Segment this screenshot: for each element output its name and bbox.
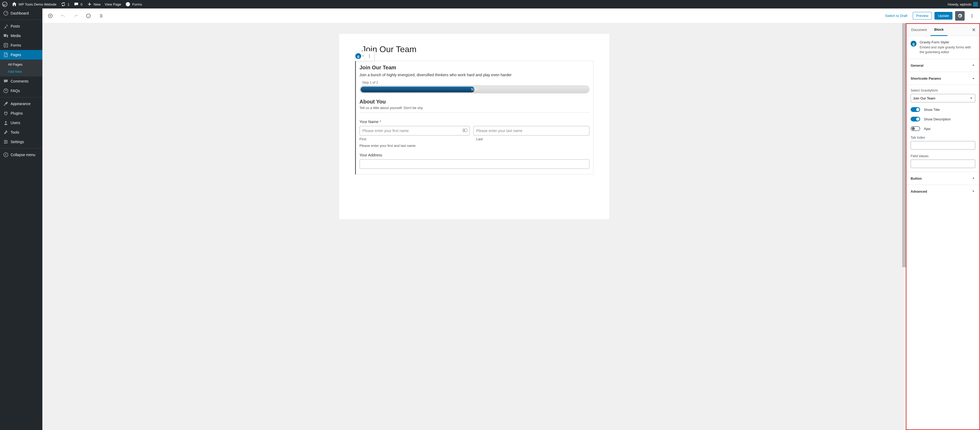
home-icon (12, 2, 17, 7)
view-page-link[interactable]: View Page (105, 2, 121, 6)
last-name-input[interactable] (473, 126, 589, 135)
sidebar-item-dashboard[interactable]: Dashboard (0, 8, 42, 18)
tab-index-input[interactable] (911, 141, 975, 149)
chevron-down-icon (972, 189, 975, 194)
plug-icon (3, 111, 8, 116)
block-more-button[interactable] (365, 51, 374, 61)
site-name-text: WP Tools Demo Website (19, 2, 56, 6)
page-icon (3, 52, 8, 57)
block-toolbar: g (355, 51, 375, 61)
switch-draft-button[interactable]: Switch to Draft (882, 12, 910, 19)
sidebar-item-label: Pages (11, 53, 21, 57)
settings-toggle-button[interactable] (955, 11, 965, 21)
first-name-input[interactable] (360, 126, 470, 135)
wp-admin-bar: WP Tools Demo Website 1 0 New View Page … (0, 0, 980, 8)
select-gravityform-label: Select Gravityform (911, 89, 975, 92)
gravityform-select[interactable]: Join Our Team (911, 94, 975, 102)
howdy-link[interactable]: Howdy, wptools (948, 2, 978, 6)
first-sublabel: First (360, 137, 473, 141)
sidebar-item-label: Settings (11, 140, 24, 144)
svg-point-14 (972, 15, 972, 16)
progress-percentage: 50% (471, 87, 478, 91)
sidebar-item-forms[interactable]: Forms (0, 40, 42, 50)
sidebar-item-appearance[interactable]: Appearance (0, 99, 42, 108)
tab-document[interactable]: Document (907, 24, 931, 35)
ajax-toggle[interactable] (911, 126, 920, 131)
forms-link[interactable]: Forms (125, 2, 142, 7)
panel-shortcode-body: Select Gravityform Join Our Team Show Ti… (907, 85, 980, 172)
svg-rect-19 (463, 129, 467, 132)
sidebar-item-media[interactable]: Media (0, 31, 42, 40)
tab-index-label: Tab Index (911, 136, 975, 140)
submenu-all-pages[interactable]: All Pages (0, 61, 42, 68)
wp-logo[interactable] (2, 2, 7, 7)
sidebar-item-plugins[interactable]: Plugins (0, 108, 42, 118)
info-button[interactable] (84, 11, 93, 21)
new-label: New (94, 2, 100, 6)
sidebar-item-faqs[interactable]: FAQs (0, 86, 42, 95)
editor-canvas[interactable]: Join Our Team g Join Our Team Join a bun… (339, 34, 609, 219)
panel-shortcode[interactable]: Shortcode Params (907, 72, 980, 85)
form-description: Join a bunch of highly energized, divers… (360, 73, 589, 77)
address-field-label: Your Address (360, 153, 589, 157)
add-block-button[interactable] (46, 11, 55, 21)
svg-point-13 (972, 14, 972, 15)
field-values-input[interactable] (911, 160, 975, 168)
canvas-scrollbar[interactable] (902, 23, 906, 430)
field-values-label: Field Values (911, 154, 975, 158)
sidebar-item-comments[interactable]: Comments (0, 76, 42, 86)
show-description-toggle[interactable] (911, 117, 920, 121)
sidebar-item-pages[interactable]: Pages (0, 50, 42, 60)
outline-button[interactable] (96, 11, 106, 21)
chevron-down-icon (970, 95, 973, 101)
block-name: Gravity Form Styler (920, 40, 975, 44)
sidebar-collapse[interactable]: Collapse menu (0, 150, 42, 160)
sidebar-item-tools[interactable]: Tools (0, 127, 42, 137)
gravity-badge-icon: g (355, 53, 361, 59)
svg-point-7 (5, 140, 6, 141)
refresh-icon (60, 2, 66, 7)
svg-point-8 (6, 141, 7, 142)
user-icon (3, 120, 8, 125)
redo-button[interactable] (71, 11, 81, 21)
gravity-form-block[interactable]: g Join Our Team Join a bunch of highly e… (355, 60, 593, 175)
panel-title: Advanced (911, 189, 927, 194)
comments-count: 0 (81, 2, 82, 6)
close-icon: ✕ (972, 27, 976, 33)
preview-button[interactable]: Preview (913, 12, 932, 20)
updates-count: 1 (67, 2, 69, 6)
howdy-text: Howdy, wptools (948, 2, 972, 6)
dashboard-icon (3, 11, 8, 16)
address-input[interactable] (360, 159, 589, 169)
block-type-button[interactable]: g (355, 51, 365, 61)
page-title[interactable]: Join Our Team (355, 44, 593, 54)
sidebar-item-label: Tools (11, 130, 19, 135)
required-mark: * (380, 120, 381, 124)
panel-title: Button (911, 176, 922, 181)
progress-bar: 50% (360, 86, 589, 94)
more-vertical-icon (969, 13, 975, 19)
inspector-close-button[interactable]: ✕ (969, 24, 978, 35)
sidebar-item-label: Dashboard (11, 11, 29, 15)
panel-title: Shortcode Params (911, 76, 941, 81)
show-title-toggle[interactable] (911, 107, 920, 112)
avatar (973, 2, 978, 6)
undo-button[interactable] (58, 11, 68, 21)
panel-button[interactable]: Button (907, 172, 980, 185)
editor-canvas-wrap: Join Our Team g Join Our Team Join a bun… (42, 23, 906, 430)
tab-block[interactable]: Block (931, 24, 947, 36)
new-link[interactable]: New (87, 2, 100, 7)
site-name-link[interactable]: WP Tools Demo Website (12, 2, 56, 7)
sidebar-item-posts[interactable]: Posts (0, 21, 42, 31)
sidebar-item-users[interactable]: Users (0, 118, 42, 127)
submenu-add-new[interactable]: Add New (0, 68, 42, 75)
more-menu-button[interactable] (967, 11, 977, 21)
panel-general[interactable]: General (907, 59, 980, 72)
chevron-down-icon (972, 176, 975, 181)
comments-link[interactable]: 0 (73, 2, 82, 7)
list-icon (99, 13, 104, 19)
sidebar-item-settings[interactable]: Settings (0, 137, 42, 147)
updates-link[interactable]: 1 (60, 2, 69, 7)
update-button[interactable]: Update (934, 12, 953, 20)
panel-advanced[interactable]: Advanced (907, 185, 980, 198)
